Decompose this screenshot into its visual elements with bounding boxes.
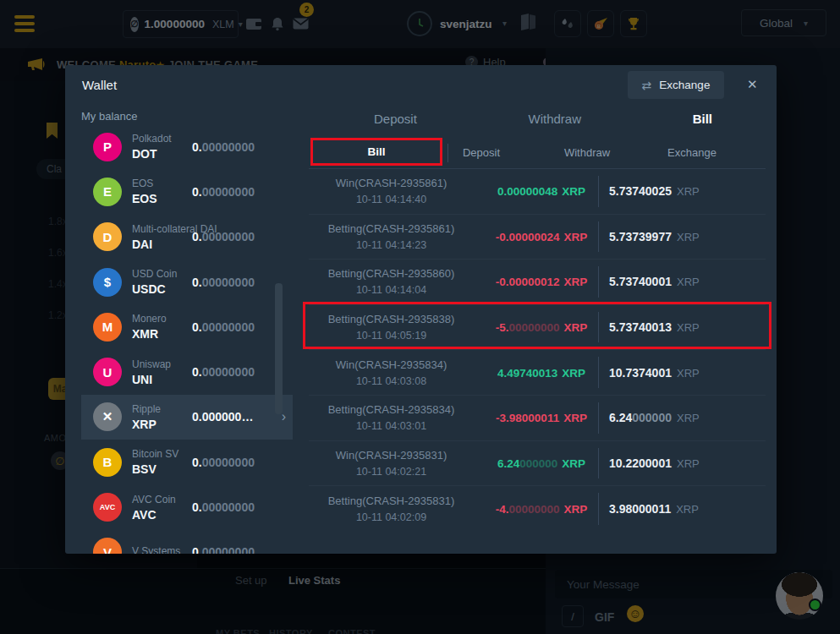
table-header-bill[interactable]: Bill xyxy=(367,145,385,158)
wallet-tabs: DepositWithdrawBill xyxy=(374,112,712,126)
running-balance: 6.24000000XRP xyxy=(609,411,700,424)
coin-balance: 0.00000000 xyxy=(192,545,255,554)
header-divider xyxy=(447,144,448,162)
coin-logo-icon: AVC xyxy=(93,493,122,522)
app-root: ∅ 1.00000000 XLM ▾ 2 svenjatzu ▾ B xyxy=(0,0,840,634)
coin-full-name: V Systems xyxy=(132,545,180,554)
my-balance-label: My balance xyxy=(81,110,137,123)
coin-full-name: Uniswap xyxy=(132,358,171,370)
table-header-exchange[interactable]: Exchange xyxy=(667,146,716,159)
column-divider xyxy=(598,176,599,207)
transaction-amount: -0.00000012XRP xyxy=(496,276,588,288)
column-divider xyxy=(598,493,599,525)
running-balance: 5.73740001XRP xyxy=(609,275,700,288)
transaction-timestamp: 10-11 04:14:04 xyxy=(309,284,474,296)
coin-balance: 0.00000000 xyxy=(192,230,255,243)
column-divider xyxy=(598,266,599,298)
running-balance: 5.73740013XRP xyxy=(609,320,700,334)
transaction-timestamp: 10-11 04:02:21 xyxy=(309,466,474,478)
transaction-label: Betting(CRASH-2935861) xyxy=(309,222,474,235)
coin-list-item-uni[interactable]: U Uniswap UNI 0.00000000 xyxy=(81,349,293,394)
coin-balance: 0.00000000 xyxy=(192,365,255,379)
transaction-amount: 0.00000048XRP xyxy=(497,185,585,198)
coin-full-name: Bitcoin SV xyxy=(132,448,178,460)
transaction-amount: -5.00000000XRP xyxy=(496,321,588,334)
coin-ticker: BSV xyxy=(132,462,178,476)
coin-balance: 0.000000… xyxy=(192,410,253,424)
running-balance: 10.2200001XRP xyxy=(609,456,700,470)
coin-ticker: USDC xyxy=(132,282,177,296)
coin-ticker: UNI xyxy=(132,373,171,386)
transaction-amount: -4.00000000XRP xyxy=(496,502,588,515)
bill-table-row: Win(CRASH-2935831) 10-11 04:02:21 6.2400… xyxy=(309,441,766,487)
transaction-label: Win(CRASH-2935831) xyxy=(309,449,474,462)
wallet-tab-withdraw[interactable]: Withdraw xyxy=(529,112,582,126)
wallet-tab-deposit[interactable]: Deposit xyxy=(374,112,417,126)
annotation-box-bill-header: Bill xyxy=(310,138,442,166)
exchange-button[interactable]: ⇄ Exchange xyxy=(628,71,724,99)
column-divider xyxy=(598,357,599,388)
bill-table-row: Betting(CRASH-2935831) 10-11 04:02:09 -4… xyxy=(309,486,766,532)
transaction-amount: -3.98000011XRP xyxy=(496,412,587,424)
coin-list: P Polkadot DOT 0.00000000 E EOS EOS 0.00… xyxy=(81,124,293,554)
bill-table-rows: Win(CRASH-2935861) 10-11 04:14:40 0.0000… xyxy=(309,169,766,532)
coin-balance: 0.00000000 xyxy=(192,320,255,334)
coin-list-item-xrp[interactable]: ✕ Ripple XRP 0.000000… › xyxy=(81,395,293,440)
transaction-timestamp: 10-11 04:14:40 xyxy=(309,194,474,205)
coin-balance: 0.00000000 xyxy=(192,500,255,514)
coin-logo-icon: U xyxy=(93,358,122,386)
table-header-deposit[interactable]: Deposit xyxy=(463,146,500,159)
coin-full-name: USD Coin xyxy=(132,268,177,280)
coin-logo-icon: B xyxy=(93,448,122,477)
coin-list-item-xmr[interactable]: M Monero XMR 0.00000000 xyxy=(81,304,293,349)
coin-ticker: XRP xyxy=(132,418,161,431)
coin-full-name: EOS xyxy=(132,178,157,189)
coin-full-name: Polkadot xyxy=(132,133,172,145)
coin-ticker: AVC xyxy=(132,508,176,522)
table-header-withdraw[interactable]: Withdraw xyxy=(564,146,610,159)
exchange-arrows-icon: ⇄ xyxy=(642,79,652,92)
coin-list-item-usdc[interactable]: $ USD Coin USDC 0.00000000 xyxy=(81,260,293,304)
coin-full-name: Ripple xyxy=(132,403,161,415)
transaction-timestamp: 10-11 04:14:23 xyxy=(309,239,474,251)
transaction-label: Betting(CRASH-2935834) xyxy=(309,403,474,416)
coin-logo-icon: M xyxy=(93,313,122,342)
coin-list-item-dot[interactable]: P Polkadot DOT 0.00000000 xyxy=(81,124,293,169)
transaction-amount: -0.00000024XRP xyxy=(496,230,588,243)
column-divider xyxy=(598,448,599,479)
bill-table-row: Betting(CRASH-2935860) 10-11 04:14:04 -0… xyxy=(309,260,766,305)
close-icon[interactable]: ✕ xyxy=(747,77,758,92)
coin-balance: 0.00000000 xyxy=(192,456,255,469)
coin-logo-icon: P xyxy=(93,133,122,161)
coin-list-item-v-systems[interactable]: V V Systems 0.00000000 xyxy=(81,530,293,554)
bill-table-row: Betting(CRASH-2935861) 10-11 04:14:23 -0… xyxy=(309,215,766,260)
coin-ticker: XMR xyxy=(132,327,167,341)
transaction-amount: 6.24000000XRP xyxy=(497,456,585,469)
transaction-timestamp: 10-11 04:03:08 xyxy=(309,375,474,387)
transaction-label: Betting(CRASH-2935831) xyxy=(309,495,474,507)
exchange-button-label: Exchange xyxy=(659,79,710,91)
bill-table-row: Win(CRASH-2935861) 10-11 04:14:40 0.0000… xyxy=(309,169,766,215)
coin-list-scrollbar[interactable] xyxy=(275,283,283,414)
transaction-label: Betting(CRASH-2935860) xyxy=(309,267,474,280)
transaction-label: Betting(CRASH-2935838) xyxy=(309,313,474,325)
coin-list-item-bsv[interactable]: B Bitcoin SV BSV 0.00000000 xyxy=(81,440,293,484)
transaction-timestamp: 10-11 04:03:01 xyxy=(309,420,474,432)
column-divider xyxy=(598,402,599,434)
coin-ticker: DOT xyxy=(132,147,172,161)
coin-list-item-dai[interactable]: D Multi-collateral DAI DAI 0.00000000 xyxy=(81,215,293,260)
modal-title: Wallet xyxy=(82,78,117,92)
transaction-timestamp: 10-11 04:02:09 xyxy=(309,511,474,523)
coin-ticker: EOS xyxy=(132,192,157,205)
bill-table-row: Betting(CRASH-2935838) 10-11 04:05:19 -5… xyxy=(309,305,766,351)
coin-full-name: Monero xyxy=(132,313,167,325)
coin-list-item-eos[interactable]: E EOS EOS 0.00000000 xyxy=(81,169,293,214)
coin-logo-icon: D xyxy=(93,222,122,251)
transaction-amount: 4.49740013XRP xyxy=(497,366,585,379)
bill-table-row: Betting(CRASH-2935834) 10-11 04:03:01 -3… xyxy=(309,396,766,441)
running-balance: 3.98000011XRP xyxy=(609,502,699,516)
coin-logo-icon: E xyxy=(93,178,122,206)
coin-list-item-avc[interactable]: AVC AVC Coin AVC 0.00000000 xyxy=(81,484,293,529)
coin-balance: 0.00000000 xyxy=(192,140,255,154)
wallet-tab-bill[interactable]: Bill xyxy=(693,112,712,126)
